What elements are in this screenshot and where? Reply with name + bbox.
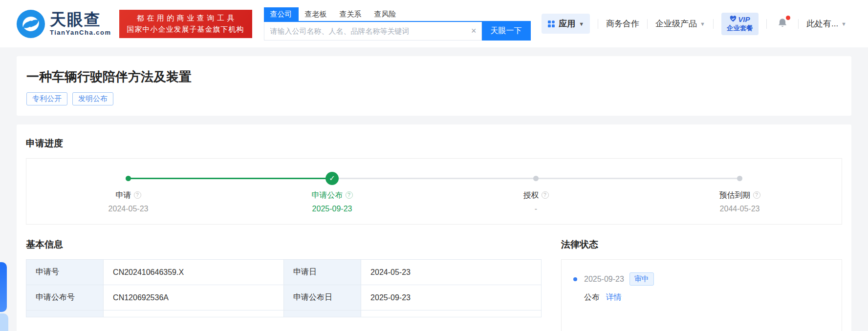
search-input[interactable] [264, 22, 481, 40]
tianyancha-logo[interactable]: 天眼查 TianYanCha.com [17, 10, 111, 38]
milestone-dot-done [126, 176, 131, 181]
promo-banner: 都在用的商业查询工具 国家中小企业发展子基金旗下机构 [119, 10, 252, 38]
divider [647, 19, 648, 29]
field-label: 申请公布号 [26, 285, 104, 310]
floating-sidebar-widget[interactable] [0, 262, 7, 312]
divider [713, 19, 714, 29]
banner-line2: 国家中小企业发展子基金旗下机构 [127, 25, 244, 34]
search-area: 查公司 查老板 查关系 查风险 × 天眼一下 [264, 7, 531, 41]
section-heading-basic-info: 基本信息 [26, 238, 542, 251]
help-icon[interactable]: ? [134, 191, 141, 199]
nav-enterprise-products[interactable]: 企业级产品 ▼ [655, 18, 705, 29]
search-tab-boss[interactable]: 查老板 [299, 7, 333, 21]
milestone-grant: 授权? - [434, 171, 638, 213]
divider [598, 19, 598, 29]
patent-title-card: 一种车辆行驶陪伴方法及装置 专利公开 发明公布 [17, 56, 851, 116]
help-icon[interactable]: ? [346, 191, 353, 199]
field-label: 申请日 [283, 260, 361, 285]
search-tabs: 查公司 查老板 查关系 查风险 [264, 7, 531, 22]
legal-status-section: 法律状态 2025-09-23 审中 公布 详情 [561, 238, 842, 331]
chevron-down-icon: ▼ [841, 21, 846, 27]
milestone-date: 2024-05-23 [26, 205, 230, 213]
milestone-estimated-expiry: 预估到期? 2044-05-23 [638, 171, 842, 213]
badge-patent-public: 专利公开 [26, 92, 67, 105]
field-value: CN120692536A [104, 285, 284, 310]
badge-invention-publication: 发明公布 [72, 92, 113, 105]
vip-package-button[interactable]: VIP 企业套餐 [721, 13, 759, 35]
search-tab-company[interactable]: 查公司 [264, 7, 299, 21]
clear-icon[interactable]: × [471, 26, 477, 36]
logo-domain-text: TianYanCha.com [50, 29, 111, 36]
section-heading-legal-status: 法律状态 [561, 238, 842, 251]
field-label: 申请公布日 [283, 285, 361, 310]
milestone-application: 申请? 2024-05-23 [26, 171, 230, 213]
milestone-date: 2025-09-23 [230, 205, 434, 213]
legal-status-date: 2025-09-23 [584, 275, 624, 284]
milestone-check-icon: ✓ [326, 172, 339, 185]
help-icon[interactable]: ? [753, 191, 760, 199]
application-progress-timeline: 申请? 2024-05-23 ✓ 申请公布? 2025-09-23 授权? - … [26, 158, 842, 225]
milestone-date: 2044-05-23 [638, 205, 842, 213]
bullet-icon [573, 277, 577, 281]
legal-action-label: 公布 [584, 293, 600, 301]
field-value: 2025-09-23 [361, 285, 542, 310]
page-title: 一种车辆行驶陪伴方法及装置 [26, 68, 842, 85]
patent-detail-card: 申请进度 申请? 2024-05-23 ✓ 申请公布? 2025-09-23 授 [17, 124, 851, 331]
table-row: 申请公布号 CN120692536A 申请公布日 2025-09-23 [26, 285, 542, 310]
header-nav: 应用 ▼ 商务合作 企业级产品 ▼ VIP 企业套餐 [542, 13, 846, 35]
apps-menu-button[interactable]: 应用 ▼ [542, 14, 590, 34]
milestone-date: - [434, 205, 638, 213]
basic-info-table: 申请号 CN202410646359.X 申请日 2024-05-23 申请公布… [26, 259, 542, 317]
logo-brand-text: 天眼查 [50, 11, 111, 28]
vip-label: VIP [738, 15, 750, 23]
field-label: 申请号 [26, 260, 104, 285]
chevron-down-icon: ▼ [700, 21, 705, 27]
status-badge: 审中 [629, 272, 654, 286]
basic-info-section: 基本信息 申请号 CN202410646359.X 申请日 2024-05-23… [26, 238, 542, 331]
field-value: 2024-05-23 [361, 260, 542, 285]
nav-business-cooperation[interactable]: 商务合作 [606, 18, 639, 29]
search-button[interactable]: 天眼一下 [482, 22, 531, 41]
vip-sublabel: 企业套餐 [727, 24, 753, 33]
table-row: 申请号 CN202410646359.X 申请日 2024-05-23 [26, 260, 542, 285]
notification-bell-button[interactable] [777, 17, 788, 31]
milestone-dot-pending [737, 176, 742, 181]
field-value: CN202410646359.X [104, 260, 284, 285]
chevron-down-icon: ▼ [579, 21, 584, 27]
legal-status-item: 2025-09-23 审中 [573, 272, 830, 286]
app-grid-icon [547, 20, 555, 28]
help-icon[interactable]: ? [542, 191, 549, 199]
table-row-clipped [26, 310, 542, 317]
search-tab-risk[interactable]: 查风险 [368, 7, 403, 21]
page-content: 一种车辆行驶陪伴方法及装置 专利公开 发明公布 申请进度 申请? 2024-05… [0, 56, 868, 331]
banner-line1: 都在用的商业查询工具 [134, 14, 237, 23]
divider [766, 19, 767, 29]
section-heading-progress: 申请进度 [26, 137, 842, 150]
milestone-publication: ✓ 申请公布? 2025-09-23 [230, 171, 434, 213]
apps-label: 应用 [559, 18, 575, 29]
floating-sidebar-widget-secondary[interactable] [0, 313, 8, 331]
milestone-dot-pending [533, 176, 539, 181]
legal-status-box: 2025-09-23 审中 公布 详情 [561, 259, 842, 331]
nav-account-more[interactable]: 此处有... ▼ [806, 18, 846, 29]
search-tab-relation[interactable]: 查关系 [333, 7, 368, 21]
divider [798, 19, 799, 29]
legal-detail-link[interactable]: 详情 [606, 293, 621, 301]
vip-heart-icon [730, 16, 737, 22]
top-header: 天眼查 TianYanCha.com 都在用的商业查询工具 国家中小企业发展子基… [0, 0, 868, 47]
notification-badge [786, 16, 790, 20]
tianyancha-logo-icon [17, 10, 45, 38]
